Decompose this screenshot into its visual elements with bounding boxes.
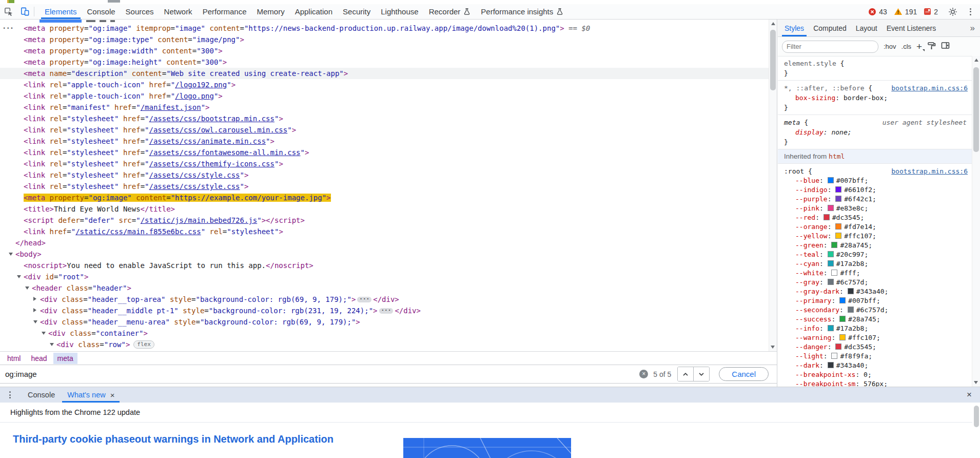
color-swatch[interactable] [835, 344, 841, 350]
disclosure-closed-icon[interactable] [33, 308, 36, 312]
scrollbar-thumb[interactable] [770, 30, 776, 90]
disclosure-open-icon[interactable] [9, 253, 13, 256]
css-variable[interactable]: --warning: #ffc107; [784, 333, 968, 342]
paint-roller-icon[interactable] [927, 42, 936, 52]
previous-match-button[interactable] [678, 367, 693, 381]
dom-tree-row[interactable]: <link rel="stylesheet" href="/assets/css… [0, 169, 769, 181]
dom-tree-row[interactable]: <meta property="og:image:type" content="… [0, 34, 769, 45]
css-variable[interactable]: --blue: #007bff; [784, 176, 968, 185]
color-swatch[interactable] [835, 223, 841, 230]
inline-expand-icon[interactable]: ··· [357, 297, 371, 302]
color-swatch[interactable] [831, 353, 837, 359]
warning-badge-icon[interactable] [894, 8, 903, 15]
cancel-button[interactable]: Cancel [719, 367, 769, 381]
color-swatch[interactable] [839, 334, 846, 340]
dom-tree-row[interactable]: <link rel="stylesheet" href="/assets/css… [0, 124, 769, 136]
dom-tree-row[interactable]: <meta name="description" content="Web si… [0, 68, 769, 79]
css-property[interactable]: display: none; [784, 127, 968, 137]
inspect-element-icon[interactable] [0, 4, 16, 19]
tab-lighthouse[interactable]: Lighthouse [376, 4, 423, 19]
dom-tree-row[interactable]: <link rel="stylesheet" href="/assets/css… [0, 158, 769, 169]
styles-filter-input[interactable] [782, 41, 878, 53]
color-swatch[interactable] [831, 242, 837, 248]
dom-tree-row[interactable]: <div id="root"> [0, 271, 769, 282]
toggle-sidebar-icon[interactable] [941, 42, 950, 51]
color-swatch[interactable] [831, 270, 837, 276]
warning-count[interactable]: 191 [905, 8, 917, 16]
color-swatch[interactable] [828, 251, 834, 257]
css-variable[interactable]: --success: #28a745; [784, 315, 968, 324]
whats-new-scrollbar[interactable] [972, 403, 980, 458]
css-property[interactable]: box-sizing: border-box; [784, 93, 968, 103]
inherited-node-link[interactable]: html [829, 152, 845, 160]
scroll-up-icon[interactable] [974, 59, 978, 62]
css-variable[interactable]: --pink: #e83e8c; [784, 204, 968, 213]
css-variable[interactable]: --primary: #007bff; [784, 296, 968, 306]
toggle-element-state-button[interactable]: :hov [884, 43, 896, 50]
sidebar-tab-styles[interactable]: Styles [780, 20, 809, 36]
dom-tree-scrollbar[interactable] [769, 20, 777, 351]
breadcrumb-item-head[interactable]: head [27, 353, 51, 364]
rule-selector[interactable]: :root [784, 167, 804, 175]
css-variable[interactable]: --secondary: #6c757d; [784, 306, 968, 315]
more-options-kebab-icon[interactable] [964, 8, 977, 15]
scroll-down-icon[interactable] [771, 346, 775, 349]
color-swatch[interactable] [824, 214, 830, 220]
disclosure-open-icon[interactable] [50, 343, 54, 346]
dom-tree-row[interactable]: <noscript>You need to enable JavaScript … [0, 260, 769, 271]
dom-tree-row[interactable]: <link href="/static/css/main.f855e6bc.cs… [0, 226, 769, 237]
stylesheet-source-link[interactable]: bootstrap.min.css:6 [891, 83, 968, 93]
dom-tree-row[interactable]: <body> [0, 249, 769, 260]
dom-tree-row[interactable]: ···<meta property="og:image" itemprop="i… [0, 23, 769, 34]
css-variable[interactable]: --purple: #6f42c1; [784, 195, 968, 204]
scroll-up-icon[interactable] [771, 22, 775, 25]
color-swatch[interactable] [839, 297, 846, 303]
stylesheet-source-link[interactable]: bootstrap.min.css:6 [891, 166, 968, 176]
dom-tree-row[interactable]: <meta property="og:image:width" content=… [0, 45, 769, 56]
close-tab-icon[interactable]: × [110, 391, 115, 399]
disclosure-open-icon[interactable] [17, 275, 21, 278]
css-variable[interactable]: --danger: #dc3545; [784, 342, 968, 352]
css-variable[interactable]: --green: #28a745; [784, 241, 968, 250]
element-classes-button[interactable]: .cls [901, 43, 912, 50]
disclosure-open-icon[interactable] [42, 332, 46, 335]
disclosure-open-icon[interactable] [25, 287, 29, 290]
hidden-siblings-icon[interactable]: ··· [2, 23, 13, 34]
article-title-link[interactable]: Third-party cookie phaseout warnings in … [13, 433, 334, 445]
sidebar-tab-layout[interactable]: Layout [851, 20, 882, 36]
css-variable[interactable]: --breakpoint-xs: 0; [784, 370, 968, 379]
dom-tree-row[interactable]: <link rel="stylesheet" href="/assets/css… [0, 147, 769, 158]
sidebar-tab-event-listeners[interactable]: Event Listeners [882, 20, 941, 36]
inline-expand-icon[interactable]: ··· [379, 308, 394, 314]
breadcrumb-item-html[interactable]: html [3, 353, 25, 364]
dom-tree-row[interactable]: <header class="header"> [0, 282, 769, 294]
styles-scrollbar[interactable] [972, 56, 980, 387]
tab-memory[interactable]: Memory [252, 4, 290, 19]
dom-tree-row[interactable]: </head> [0, 237, 769, 249]
scroll-down-icon[interactable] [974, 381, 978, 384]
breadcrumb-item-meta[interactable]: meta [53, 353, 77, 364]
drawer-tab-console[interactable]: Console [22, 387, 61, 403]
css-variable[interactable]: --red: #dc3545; [784, 213, 968, 222]
tab-application[interactable]: Application [290, 4, 338, 19]
tab-console[interactable]: Console [82, 4, 121, 19]
issues-count[interactable]: 2 [934, 8, 938, 16]
dom-tree-row[interactable]: <title>Third Eye World News</title> [0, 203, 769, 215]
scrollbar-thumb[interactable] [973, 67, 979, 152]
css-variable[interactable]: --gray: #6c757d; [784, 278, 968, 287]
rule-selector[interactable]: *, ::after, ::before [784, 84, 865, 92]
color-swatch[interactable] [835, 233, 841, 239]
color-swatch[interactable] [839, 316, 846, 322]
dom-tree-row[interactable]: <meta property="og:image:height" content… [0, 56, 769, 68]
color-swatch[interactable] [828, 260, 834, 266]
dom-tree-row[interactable]: <link rel="stylesheet" href="/assets/css… [0, 136, 769, 147]
dom-tree-row[interactable]: <div class="header__menu-area" style="ba… [0, 316, 769, 328]
more-tabs-icon[interactable]: » [965, 20, 980, 36]
dom-tree-row[interactable]: <div class="container"> [0, 328, 769, 339]
css-variable[interactable]: --yellow: #ffc107; [784, 232, 968, 241]
drawer-tab-what-s-new[interactable]: What's new× [61, 387, 121, 403]
scrollbar-thumb[interactable] [974, 406, 979, 427]
close-drawer-icon[interactable]: × [963, 387, 976, 403]
color-swatch[interactable] [828, 279, 834, 285]
dom-tree-row[interactable]: <div class="row">flex [0, 339, 769, 350]
